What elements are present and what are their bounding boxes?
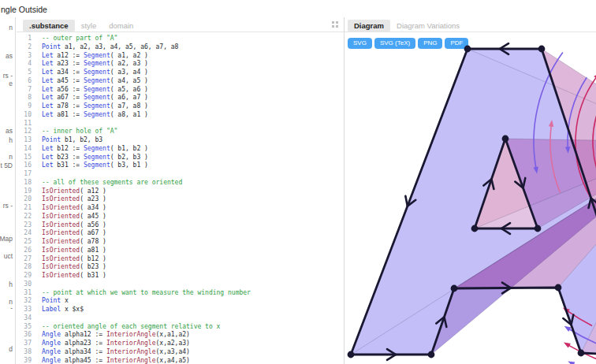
tab-domain[interactable]: domain xyxy=(102,20,140,32)
code-line[interactable]: 32Point x xyxy=(17,297,344,306)
substance-code[interactable]: 1-- outer part of "A"2Point a1, a2, a3, … xyxy=(17,33,344,364)
code-line[interactable]: 18-- all of these segments are oriented xyxy=(17,179,344,188)
code-line[interactable]: 24IsOriented( a67 ) xyxy=(17,229,344,238)
editor-tab-row: .substancestyledomain xyxy=(17,17,344,32)
code-line[interactable]: 25IsOriented( a78 ) xyxy=(17,238,344,247)
code-line[interactable]: 36Angle alpha12 := InteriorAngle(x,a1,a2… xyxy=(17,331,344,340)
code-line[interactable]: 14Let b12 := Segment( b1, b2 ) xyxy=(17,145,344,154)
code-line[interactable]: 19IsOriented( a12 ) xyxy=(17,188,344,196)
code-line[interactable]: 12-- inner hole of "A" xyxy=(17,128,344,136)
code-line[interactable]: 27IsOriented( b12 ) xyxy=(17,255,344,264)
examples-sidebar[interactable]: nasrs -eashnt 5Drs -Mapucthn-d xyxy=(0,17,16,364)
code-line[interactable]: 13Point b1, b2, b3 xyxy=(17,136,344,145)
top-bar: ngle Outside xyxy=(0,0,596,17)
sidebar-item-truncated[interactable]: n xyxy=(9,24,13,32)
code-line[interactable]: 15Let b23 := Segment( b2, b3 ) xyxy=(17,154,344,162)
code-line[interactable]: 38Angle alpha34 := InteriorAngle(x,a3,a4… xyxy=(17,348,344,357)
code-line[interactable]: 30 xyxy=(17,280,344,289)
code-line[interactable]: 28IsOriented( b23 ) xyxy=(17,263,344,272)
code-line[interactable]: 31-- point at which we want to measure t… xyxy=(17,289,344,298)
diagram-canvas xyxy=(345,43,596,364)
code-line[interactable]: 33Label x $x$ xyxy=(17,306,344,314)
code-line[interactable]: 7Let a56 := Segment( a5, a6 ) xyxy=(17,86,344,95)
editor-tabs: .substancestyledomain xyxy=(23,17,140,31)
tab--substance[interactable]: .substance xyxy=(23,20,75,32)
sidebar-item-truncated[interactable]: d xyxy=(9,345,13,353)
workspace-title: ngle Outside xyxy=(1,5,47,14)
sidebar-item-truncated[interactable]: as xyxy=(6,127,13,135)
sidebar-item-truncated[interactable]: n xyxy=(9,153,13,161)
code-line[interactable]: 37Angle alpha23 := InteriorAngle(x,a2,a3… xyxy=(17,340,344,348)
code-line[interactable]: 21IsOriented( a34 ) xyxy=(17,204,344,213)
diagram-tab-row: DiagramDiagram Variations xyxy=(345,17,596,32)
tab-diagram[interactable]: Diagram xyxy=(348,20,390,32)
drag-handle-icon[interactable] xyxy=(332,21,340,29)
code-line[interactable]: 9Let a78 := Segment( a7, a8 ) xyxy=(17,102,344,111)
sidebar-item-truncated[interactable]: h xyxy=(9,280,13,288)
code-line[interactable]: 20IsOriented( a23 ) xyxy=(17,195,344,204)
code-line[interactable]: 11 xyxy=(17,120,344,128)
code-line[interactable]: 16Let b31 := Segment( b3, b1 ) xyxy=(17,162,344,170)
sidebar-item-truncated[interactable]: as xyxy=(6,52,13,60)
code-line[interactable]: 2Point a1, a2, a3, a4, a5, a6, a7, a8 xyxy=(17,43,344,52)
code-line[interactable]: 1-- outer part of "A" xyxy=(17,35,344,43)
code-line[interactable]: 39Angle alpha45 := InteriorAngle(x,a4,a5… xyxy=(17,357,344,364)
code-line[interactable]: 26IsOriented( a81 ) xyxy=(17,247,344,255)
sidebar-item-truncated[interactable]: rs - xyxy=(3,202,13,210)
code-line[interactable]: 35-- oriented angle of each segment rela… xyxy=(17,323,344,332)
code-editor-panel: .substancestyledomain 1-- outer part of … xyxy=(17,17,344,364)
diagram-panel: DiagramDiagram Variations SVGSVG (TeX)PN… xyxy=(345,17,596,364)
code-line[interactable]: 6Let a45 := Segment( a4, a5 ) xyxy=(17,77,344,86)
tab-style[interactable]: style xyxy=(75,20,103,32)
sidebar-item-truncated[interactable]: Map xyxy=(0,235,13,243)
code-line[interactable]: 3Let a12 := Segment( a1, a2 ) xyxy=(17,52,344,61)
code-line[interactable]: 5Let a34 := Segment( a3, a4 ) xyxy=(17,69,344,77)
diagram-tabs: DiagramDiagram Variations xyxy=(348,17,466,31)
code-line[interactable]: 17 xyxy=(17,170,344,179)
code-line[interactable]: 34 xyxy=(17,314,344,323)
sidebar-item-truncated[interactable]: h xyxy=(9,136,13,144)
code-line[interactable]: 22IsOriented( a45 ) xyxy=(17,213,344,221)
code-line[interactable]: 4Let a23 := Segment( a2, a3 ) xyxy=(17,60,344,69)
code-line[interactable]: 23IsOriented( a56 ) xyxy=(17,221,344,230)
sidebar-item-truncated[interactable]: e xyxy=(9,80,13,87)
sidebar-item-truncated[interactable]: - xyxy=(10,304,13,312)
code-line[interactable]: 8Let a67 := Segment( a6, a7 ) xyxy=(17,94,344,102)
sidebar-item-truncated[interactable]: t 5D xyxy=(0,162,13,169)
sidebar-item-truncated[interactable]: rs - xyxy=(3,72,13,80)
tab-diagram-variations[interactable]: Diagram Variations xyxy=(390,20,466,32)
code-line[interactable]: 10Let a81 := Segment( a8, a1 ) xyxy=(17,111,344,120)
sidebar-item-truncated[interactable]: uct xyxy=(4,252,13,260)
code-line[interactable]: 29IsOriented( b31 ) xyxy=(17,272,344,280)
